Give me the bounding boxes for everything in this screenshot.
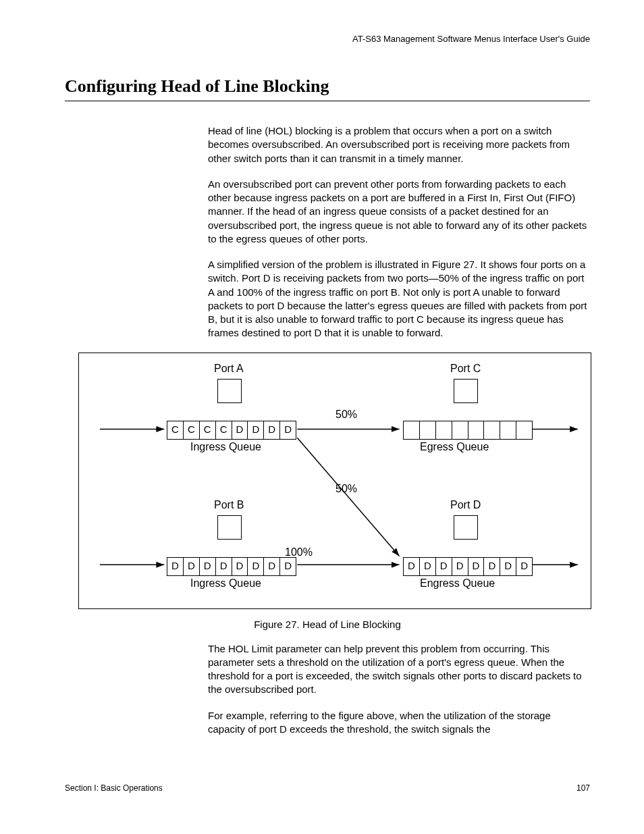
- queue-cell: D: [232, 421, 248, 439]
- queue-cell: D: [200, 558, 216, 575]
- label-port-b: Port B: [214, 499, 244, 511]
- label-ingress-b: Ingress Queue: [190, 577, 261, 590]
- port-box-b: [217, 515, 242, 540]
- label-port-c: Port C: [450, 363, 481, 375]
- queue-cell: [500, 421, 516, 439]
- paragraph: The HOL Limit parameter can help prevent…: [208, 642, 590, 697]
- queue-cell: D: [264, 558, 280, 575]
- document-page: AT-S63 Management Software Menus Interfa…: [0, 0, 644, 820]
- footer-page-number: 107: [576, 783, 590, 793]
- queue-cell: C: [184, 421, 200, 439]
- paragraph: For example, referring to the figure abo…: [208, 709, 590, 737]
- svg-line-5: [297, 438, 399, 556]
- queue-cell: D: [420, 558, 436, 575]
- queue-cell: D: [184, 558, 200, 575]
- queue-cell: D: [280, 421, 296, 439]
- queue-cell: D: [484, 558, 500, 575]
- paragraph: Head of line (HOL) blocking is a problem…: [208, 124, 590, 165]
- page-footer: Section I: Basic Operations 107: [65, 783, 590, 793]
- label-port-d: Port D: [450, 499, 481, 511]
- queue-cell: C: [167, 421, 184, 439]
- paragraph: An oversubscribed port can prevent other…: [208, 178, 590, 246]
- port-box-d: [454, 515, 478, 540]
- queue-cell: [436, 421, 452, 439]
- body-column-bottom: The HOL Limit parameter can help prevent…: [208, 642, 590, 737]
- queue-cell: D: [516, 558, 532, 575]
- queue-cell: [484, 421, 500, 439]
- label-ingress-a: Ingress Queue: [190, 441, 261, 453]
- queue-cell: [452, 421, 468, 439]
- queue-cell: D: [216, 558, 232, 575]
- label-100pct: 100%: [285, 546, 313, 558]
- label-egress-d: Engress Queue: [420, 577, 495, 590]
- queue-cell: D: [452, 558, 468, 575]
- label-50pct-top: 50%: [336, 409, 357, 421]
- figure-hol-blocking: Port A Port C Port B Port D CCCCDDDD Ing…: [78, 353, 591, 609]
- queue-cell: D: [248, 558, 264, 575]
- queue-cell: D: [264, 421, 280, 439]
- queue-port-b-ingress: DDDDDDDD: [167, 557, 296, 576]
- running-header: AT-S63 Management Software Menus Interfa…: [65, 34, 590, 44]
- label-50pct-bottom: 50%: [336, 483, 357, 495]
- figure-caption: Figure 27. Head of Line Blocking: [65, 619, 590, 630]
- queue-cell: [468, 421, 485, 439]
- port-box-c: [454, 379, 478, 403]
- section-title: Configuring Head of Line Blocking: [65, 76, 590, 101]
- queue-cell: D: [436, 558, 452, 575]
- queue-cell: [420, 421, 436, 439]
- label-port-a: Port A: [214, 363, 244, 375]
- queue-cell: D: [500, 558, 516, 575]
- queue-port-a-ingress: CCCCDDDD: [167, 421, 296, 440]
- queue-port-d-egress: DDDDDDDD: [403, 557, 533, 576]
- queue-cell: C: [216, 421, 232, 439]
- footer-section: Section I: Basic Operations: [65, 783, 163, 793]
- queue-cell: D: [404, 558, 420, 575]
- queue-cell: D: [248, 421, 264, 439]
- queue-cell: D: [280, 558, 296, 575]
- queue-cell: D: [167, 558, 184, 575]
- queue-cell: C: [200, 421, 216, 439]
- port-box-a: [217, 379, 242, 403]
- paragraph: A simplified version of the problem is i…: [208, 258, 590, 340]
- body-column-top: Head of line (HOL) blocking is a problem…: [208, 124, 590, 340]
- label-egress-c: Egress Queue: [420, 441, 489, 453]
- queue-port-c-egress: [403, 421, 533, 440]
- queue-cell: D: [232, 558, 248, 575]
- queue-cell: [516, 421, 532, 439]
- queue-cell: D: [468, 558, 485, 575]
- queue-cell: [404, 421, 420, 439]
